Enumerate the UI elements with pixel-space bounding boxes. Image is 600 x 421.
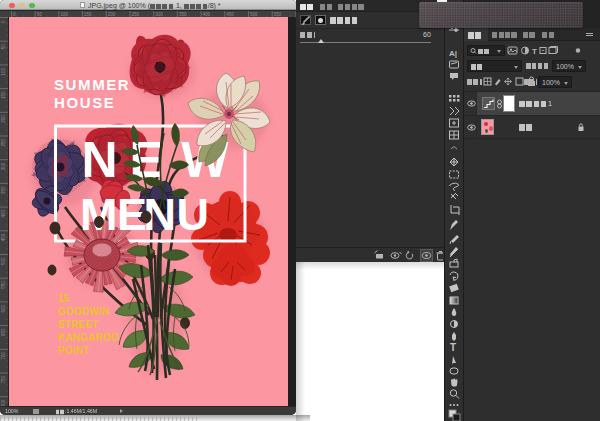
svg-text:SUMMER: SUMMER (54, 76, 130, 93)
svg-text:50: 50 (1, 44, 6, 50)
svg-text:350: 350 (1, 186, 6, 194)
svg-text:800: 800 (1, 399, 6, 406)
svg-text:T: T (532, 47, 537, 56)
svg-text:GOODWIN: GOODWIN (58, 306, 109, 317)
svg-text:450: 450 (1, 233, 6, 241)
svg-text:KANGAROO: KANGAROO (58, 332, 119, 343)
svg-text:POINT: POINT (58, 345, 90, 356)
svg-text:T: T (450, 342, 456, 353)
svg-text:600: 600 (1, 304, 6, 312)
svg-text:250: 250 (1, 139, 6, 147)
svg-text:550: 550 (1, 281, 6, 289)
svg-text:N: N (82, 132, 118, 188)
svg-text:100: 100 (1, 67, 6, 75)
svg-text:U: U (177, 189, 210, 240)
svg-text:0: 0 (1, 20, 6, 23)
svg-text:650: 650 (1, 328, 6, 336)
svg-text:150: 150 (1, 91, 6, 99)
svg-text:STREET: STREET (58, 319, 99, 330)
svg-text:500: 500 (1, 257, 6, 265)
svg-text:200: 200 (1, 115, 6, 123)
svg-text:HOUSE: HOUSE (54, 94, 115, 111)
svg-text:M: M (80, 189, 118, 240)
svg-text:A|: A| (449, 49, 457, 58)
svg-text:750: 750 (1, 376, 6, 384)
svg-text:15: 15 (58, 293, 70, 304)
svg-text:700: 700 (1, 352, 6, 360)
svg-text:300: 300 (1, 162, 6, 170)
svg-text:400: 400 (1, 210, 6, 218)
